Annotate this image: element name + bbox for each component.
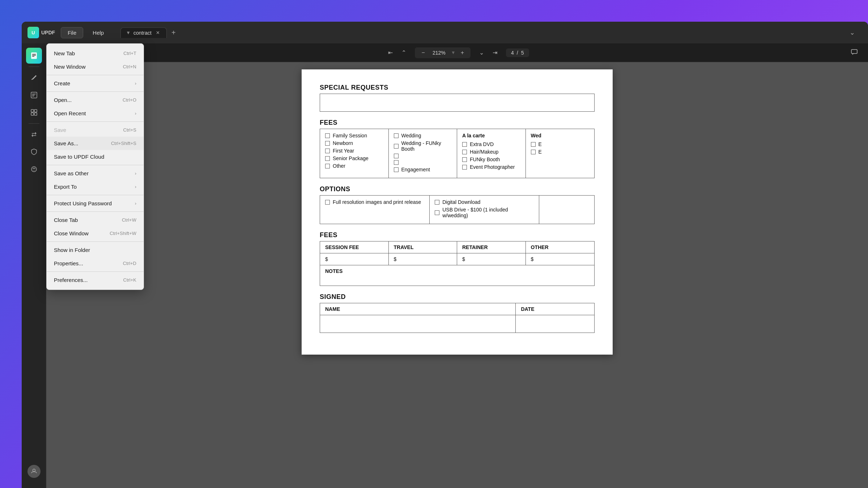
checkbox-blank2[interactable] [394,160,399,165]
menu-item-export[interactable]: Export To › [47,180,144,193]
sidebar-icon-ai[interactable] [26,161,42,177]
zoom-dropdown-icon[interactable]: ▼ [451,50,456,55]
checkbox-blank1[interactable] [394,154,399,158]
sidebar-icon-annotate[interactable] [26,70,42,86]
zoom-in-button[interactable]: + [459,49,466,57]
tab-area: ▼ contract ✕ + [120,27,179,38]
menu-label-show-folder: Show in Folder [54,247,90,253]
fees-col3-header: A la carte [462,133,520,138]
menu-item-close-tab[interactable]: Close Tab Ctrl+W [47,213,144,227]
title-bar: U UPDF File Help ▼ contract ✕ + ⌄ [22,22,868,43]
menu-item-save-cloud[interactable]: Save to UPDF Cloud [47,150,144,163]
fees-top-title: FEES [320,119,595,127]
options-label-fullres: Full resolution images and print release [333,199,421,205]
checkbox-wed-2[interactable] [531,150,536,154]
fees-header-retainer: RETAINER [457,241,526,253]
updf-logo-icon: U [27,27,39,38]
checkbox-funky[interactable] [462,157,467,162]
menu-item-close-window[interactable]: Close Window Ctrl+Shift+W [47,227,144,240]
svg-rect-10 [34,110,37,112]
menu-item-save-as[interactable]: Save As... Ctrl+Shift+S [47,137,144,150]
svg-rect-12 [34,113,37,115]
fees-row-newborn: Newborn [325,140,383,146]
fees-table-values: $ $ $ $ [320,253,595,265]
first-page-button[interactable]: ⇤ [385,48,396,57]
tab-close-icon[interactable]: ✕ [156,30,160,35]
menu-divider-1 [47,75,144,75]
sidebar-icon-edit[interactable] [26,87,42,103]
menu-item-save[interactable]: Save Ctrl+S [47,123,144,137]
options-grid: Full resolution images and print release… [320,195,595,224]
document-area: SPECIAL REQUESTS FEES Family Session [46,62,868,488]
checkbox-wed-1[interactable] [531,142,536,147]
checkbox-hair[interactable] [462,150,467,154]
menu-item-open[interactable]: Open... Ctrl+O [47,93,144,107]
menu-label-properties: Properties... [54,260,83,266]
menu-arrow-protect: › [135,201,136,206]
checkbox-senior[interactable] [325,156,330,161]
checkbox-fullres[interactable] [325,200,330,205]
checkbox-firstyear[interactable] [325,149,330,153]
last-page-button[interactable]: ⇥ [490,48,500,57]
menu-shortcut-close-tab: Ctrl+W [122,217,136,223]
menu-label-save-cloud: Save to UPDF Cloud [54,154,104,160]
fees-label-senior: Senior Package [333,155,369,161]
prev-page-button[interactable]: ⌃ [399,48,409,57]
checkbox-usb[interactable] [435,210,439,215]
collapse-button[interactable]: ⌄ [850,29,862,37]
sidebar-icon-protect[interactable] [26,144,42,160]
fees-col-3: A la carte Extra DVD Hair/Makeup [457,129,526,178]
fees-row-family: Family Session [325,133,383,138]
help-menu-button[interactable]: Help [86,27,110,38]
sidebar-icon-organize[interactable] [26,104,42,120]
checkbox-engagement[interactable] [394,167,399,172]
menu-label-new-tab: New Tab [54,50,75,56]
checkbox-family[interactable] [325,133,330,138]
comment-button[interactable] [848,47,861,59]
fees-row-blank1 [394,154,452,158]
file-menu-button[interactable]: File [61,27,83,38]
menu-item-properties[interactable]: Properties... Ctrl+D [47,257,144,270]
fees-val-session: $ [320,253,389,265]
checkbox-dvd[interactable] [462,142,467,147]
menu-item-save-other[interactable]: Save as Other › [47,167,144,180]
menu-item-create[interactable]: Create › [47,77,144,90]
checkbox-other[interactable] [325,164,330,168]
checkbox-wedding[interactable] [394,133,399,138]
menu-shortcut-new-window: Ctrl+N [123,64,136,69]
menu-item-open-recent[interactable]: Open Recent › [47,107,144,120]
menu-divider-5 [47,195,144,195]
menu-item-protect[interactable]: Protect Using Password › [47,197,144,210]
menu-shortcut-preferences: Ctrl+K [123,277,136,283]
fees-bottom-title: FEES [320,231,595,239]
fees-row-wedding: Wedding [394,133,452,138]
options-label-digital: Digital Download [442,199,480,205]
checkbox-wedding-funky[interactable] [394,144,399,149]
checkbox-event[interactable] [462,165,467,170]
options-col-2: Digital Download USB Drive - $100 (1 inc… [430,196,539,224]
contract-tab[interactable]: ▼ contract ✕ [120,27,167,38]
fees-row-wedding-funky: Wedding - FUNky Booth [394,140,452,152]
sidebar-icon-convert[interactable] [26,127,42,142]
next-page-button[interactable]: ⌄ [476,48,487,57]
fees-row-firstyear: First Year [325,148,383,154]
menu-label-new-window: New Window [54,64,86,70]
fees-label-newborn: Newborn [333,140,353,146]
zoom-out-button[interactable]: − [419,49,427,57]
page-control: 4 / 5 [506,48,529,57]
menu-item-show-folder[interactable]: Show in Folder [47,243,144,257]
menu-item-new-tab[interactable]: New Tab Ctrl+T [47,47,144,60]
checkbox-newborn[interactable] [325,141,330,146]
menu-item-preferences[interactable]: Preferences... Ctrl+K [47,273,144,287]
svg-point-13 [31,167,37,172]
menu-label-export: Export To [54,184,77,190]
signed-section: SIGNED NAME DATE [320,293,595,333]
menu-item-new-window[interactable]: New Window Ctrl+N [47,60,144,73]
fees-row-wed-2: E [531,149,590,155]
checkbox-digital[interactable] [435,200,439,205]
user-avatar[interactable] [27,465,41,478]
fees-val-travel: $ [389,253,458,265]
options-row-digital: Digital Download [435,199,534,205]
add-tab-button[interactable]: + [168,27,179,38]
sidebar-icon-read[interactable] [26,48,42,64]
